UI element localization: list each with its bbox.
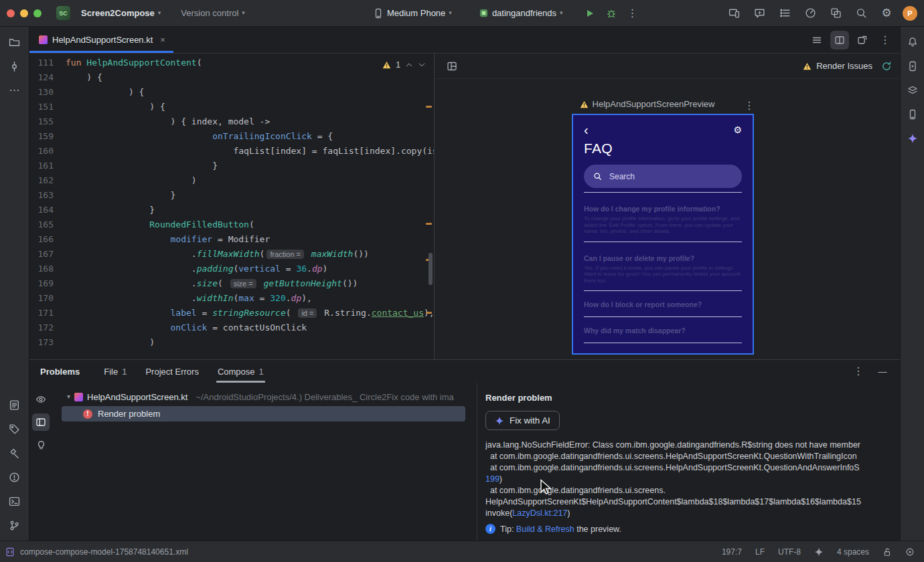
gemini-button[interactable] [903,128,923,149]
problem-file-row[interactable]: ▾ HelpAndSupportScreen.kt ~/AndroidStudi… [52,389,477,405]
run-config-selector[interactable]: datingandfriends ▾ [473,5,568,21]
notifications-button[interactable] [903,32,923,52]
code-line[interactable]: } [66,159,434,173]
code-line[interactable]: } [66,203,434,217]
code-line[interactable]: label = stringResource( id = R.string.co… [66,306,434,320]
code-line[interactable]: .size( size = getButtonHeight()) [66,276,434,291]
debug-button[interactable] [602,4,621,23]
stack-trace-link[interactable]: LazyDsl.kt:217 [512,508,567,518]
app-icon[interactable]: SC [56,6,70,20]
device-selector[interactable]: Medium Phone ▾ [368,5,457,21]
build-button[interactable] [5,443,25,463]
tab-compose[interactable]: Compose 1 [218,360,264,383]
code-line[interactable]: ) { [66,85,434,100]
profiler-button[interactable] [801,4,820,23]
ai-assistant-button[interactable] [750,4,769,23]
editor-more-button[interactable]: ⋮ [876,31,895,50]
project-selector[interactable]: Screen2Compose ▾ [76,5,166,21]
zoom-window-button[interactable] [33,9,42,17]
code-line[interactable]: ) { [66,100,434,114]
indent-setting[interactable]: 4 spaces [837,547,869,557]
preview-toggle-button[interactable] [32,391,50,408]
running-devices-button[interactable] [903,56,923,76]
panel-more-button[interactable]: ⋮ [849,362,868,381]
close-tab-icon[interactable]: × [160,35,165,45]
open-editors-button[interactable] [807,31,826,50]
tab-file[interactable]: File 1 [104,360,127,383]
panel-minimize-button[interactable]: — [873,362,892,381]
details-panel-button[interactable] [32,413,50,431]
problem-item-row-selected[interactable]: ! Render problem [62,406,465,421]
run-button[interactable] [581,4,599,23]
preview-phone-frame[interactable]: ‹ ⚙ FAQ Search How do I change my profil… [572,114,754,355]
search-everywhere-button[interactable] [852,4,870,23]
build-refresh-link[interactable]: Build & Refresh [516,525,574,534]
version-control-button[interactable] [5,515,25,535]
more-tool-windows-button[interactable]: ⋯ [5,80,25,100]
code-line[interactable]: modifier = Modifier [66,232,434,247]
split-editor-button[interactable] [830,31,849,50]
faq-search-bar[interactable]: Search [584,165,742,188]
commit-button[interactable] [5,56,25,76]
ai-status-icon[interactable] [814,547,824,557]
device-manager-button[interactable] [903,104,923,124]
back-button[interactable]: ‹ [584,123,589,136]
faq-item[interactable]: How do I block or report someone? [584,291,742,317]
file-encoding[interactable]: UTF-8 [778,547,801,557]
code-line[interactable]: ) { [66,70,434,85]
previous-issue-button[interactable] [405,61,413,69]
resource-manager-button[interactable] [826,4,845,23]
line-separator[interactable]: LF [755,547,765,557]
settings-gear-icon[interactable]: ⚙ [733,125,742,134]
quick-fix-button[interactable] [32,436,50,454]
preview-more-button[interactable]: ⋮ [740,96,759,115]
inspections-status-icon[interactable] [905,547,915,557]
code-line[interactable]: fun HelpAndSupportContent( [66,56,434,70]
next-issue-button[interactable] [418,61,426,69]
faq-item[interactable]: How do I change my profile information?T… [584,193,742,242]
code-line[interactable]: .padding(vertical = 36.dp) [66,262,434,276]
expand-chevron-icon[interactable]: ▾ [67,393,70,400]
faq-item[interactable]: Can I pause or delete my profile?Yes. If… [584,242,742,292]
code-line[interactable]: } [66,188,434,203]
code-line[interactable]: ) [66,335,434,350]
task-list-button[interactable] [775,4,794,23]
caret-position[interactable]: 197:7 [722,547,742,557]
fix-with-ai-button[interactable]: Fix with AI [485,411,560,430]
code-line[interactable]: ) [66,173,434,188]
editor-tab[interactable]: HelpAndSupportScreen.kt × [29,27,173,53]
detach-editor-button[interactable] [853,31,872,50]
render-issues-button[interactable]: Render Issues [803,61,892,72]
preview-layout-button[interactable] [443,57,461,76]
code-line[interactable]: onTrailingIconClick = { [66,129,434,144]
unlocked-icon[interactable] [882,547,892,557]
code-line[interactable]: onClick = contactUsOnClick [66,320,434,335]
panel-title[interactable]: Problems [40,367,80,377]
more-run-actions-button[interactable]: ⋮ [623,4,642,23]
code-line[interactable]: RoundedFilledButton( [66,217,434,232]
stack-trace-link[interactable]: 199 [485,474,499,484]
settings-button[interactable]: ⚙ [877,4,896,23]
logcat-button[interactable] [5,395,25,415]
app-quality-insights-button[interactable] [5,419,25,439]
device-streaming-button[interactable] [724,4,743,23]
refresh-icon[interactable] [881,61,892,72]
code-line[interactable]: .widthIn(max = 320.dp), [66,291,434,306]
project-view-button[interactable] [5,32,25,52]
problems-tool-button[interactable] [5,467,25,487]
build-variants-button[interactable] [903,80,923,100]
terminal-button[interactable] [5,491,25,511]
editor-code[interactable]: fun HelpAndSupportContent( ) { ) { ) { )… [66,56,434,359]
code-line[interactable]: .fillMaxWidth(fraction = maxWidth()) [66,247,434,262]
tab-project-errors[interactable]: Project Errors [145,360,198,383]
close-window-button[interactable] [7,9,15,17]
vcs-selector[interactable]: Version control ▾ [175,5,250,21]
code-editor[interactable]: 1111241301511551591601611621631641651661… [29,54,434,359]
faq-item[interactable]: Why did my match disappear? [584,317,742,343]
editor-scrollbar-thumb[interactable] [429,253,433,285]
minimize-window-button[interactable] [20,9,28,17]
profile-avatar[interactable]: P [903,6,917,21]
code-line[interactable]: faqList[index] = faqList[index].copy(isE [66,144,434,159]
code-line[interactable]: ) { index, model -> [66,114,434,129]
status-file-name[interactable]: compose-compose-model-1758748140651.xml [20,547,188,557]
